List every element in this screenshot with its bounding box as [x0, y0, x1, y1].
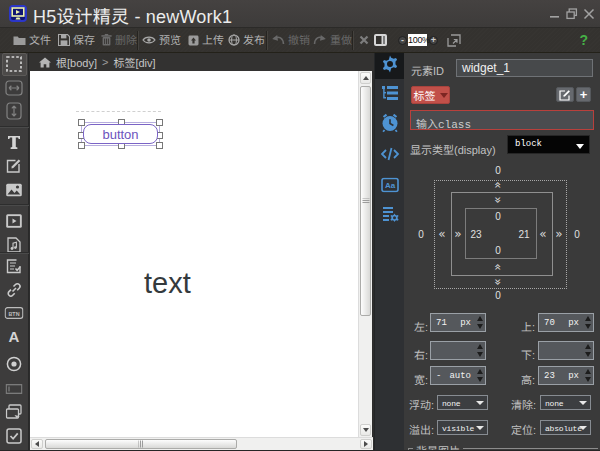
- collapse-bottom-icon[interactable]: «: [491, 263, 505, 270]
- spinner-down-icon[interactable]: [477, 352, 483, 357]
- spinner-down-icon[interactable]: [477, 377, 483, 382]
- tool-hyperlink[interactable]: [6, 282, 22, 298]
- expand-right-icon[interactable]: »: [555, 227, 562, 241]
- tool-horizontal-spacer[interactable]: [5, 80, 23, 96]
- content-bottom-value[interactable]: 0: [495, 245, 501, 256]
- right-input[interactable]: [430, 341, 486, 360]
- upload-button[interactable]: 上传: [188, 28, 224, 52]
- spinner-down-icon[interactable]: [477, 324, 483, 329]
- overflow-select[interactable]: visible: [437, 420, 488, 435]
- collapse-left-icon[interactable]: «: [438, 227, 445, 241]
- spinner-up-icon[interactable]: [585, 316, 591, 321]
- resize-handle-se[interactable]: [156, 142, 163, 149]
- undo-button[interactable]: 撤销: [271, 28, 310, 52]
- expand-top-icon[interactable]: »: [491, 196, 505, 203]
- zoom-out-button[interactable]: -: [398, 28, 407, 52]
- minimize-button[interactable]: [550, 8, 560, 20]
- tool-video[interactable]: [6, 214, 23, 229]
- expand-left-icon[interactable]: »: [454, 227, 461, 241]
- content-left-value[interactable]: 23: [470, 229, 481, 240]
- edit-style-button[interactable]: [556, 87, 574, 102]
- delete-button[interactable]: 删除: [101, 28, 137, 52]
- scroll-left-button[interactable]: [31, 439, 43, 449]
- margin-top-value[interactable]: 0: [495, 165, 501, 176]
- tool-rich-edit[interactable]: [6, 158, 22, 174]
- element-id-input[interactable]: widget_1: [456, 59, 593, 77]
- stepper-arrows[interactable]: [475, 342, 484, 359]
- spinner-up-icon[interactable]: [585, 369, 591, 374]
- stepper-arrows[interactable]: [583, 314, 592, 331]
- margin-left-value[interactable]: 0: [418, 229, 424, 240]
- canvas-button-widget[interactable]: button: [83, 124, 158, 144]
- class-input[interactable]: 输入class: [410, 110, 594, 130]
- tool-vertical-spacer[interactable]: [6, 102, 22, 120]
- spinner-down-icon[interactable]: [585, 352, 591, 357]
- stepper-arrows[interactable]: [583, 367, 592, 384]
- tool-div-container[interactable]: [6, 56, 23, 73]
- tool-form-list[interactable]: [6, 258, 22, 274]
- resize-handle-nw[interactable]: [78, 119, 85, 126]
- scroll-down-button[interactable]: [360, 424, 371, 436]
- tool-label-a[interactable]: A: [7, 329, 22, 344]
- tag-dropdown-button[interactable]: 标签: [411, 86, 450, 104]
- device-preview-button[interactable]: [373, 28, 388, 52]
- restore-button[interactable]: [566, 8, 578, 20]
- margin-bottom-value[interactable]: 0: [495, 290, 501, 301]
- tab-media media-icon[interactable]: Aa: [381, 178, 399, 193]
- height-input[interactable]: 23 px: [538, 366, 594, 385]
- tool-radio[interactable]: [6, 356, 22, 372]
- horizontal-scroll-thumb[interactable]: [45, 439, 237, 449]
- help-button[interactable]: ?: [579, 32, 588, 48]
- tool-image[interactable]: [6, 183, 23, 197]
- zoom-in-button[interactable]: +: [429, 28, 438, 52]
- tool-audio[interactable]: [7, 237, 21, 253]
- clear-button[interactable]: [359, 28, 369, 52]
- content-right-value[interactable]: 21: [518, 229, 529, 240]
- width-input[interactable]: - auto: [430, 366, 486, 385]
- resize-handle-sw[interactable]: [78, 142, 85, 149]
- canvas-vertical-scrollbar[interactable]: [358, 71, 372, 437]
- content-top-value[interactable]: 0: [495, 211, 501, 222]
- spinner-down-icon[interactable]: [585, 324, 591, 329]
- breadcrumb-root[interactable]: 根[body]: [56, 54, 97, 70]
- clear-select[interactable]: none: [540, 395, 591, 410]
- spinner-up-icon[interactable]: [477, 344, 483, 349]
- preview-button[interactable]: 预览: [142, 28, 181, 52]
- expand-bottom-icon[interactable]: »: [491, 278, 505, 285]
- tab-page-config document-gear-icon[interactable]: [381, 206, 399, 223]
- tab-code code-icon[interactable]: [380, 147, 399, 162]
- stepper-arrows[interactable]: [583, 342, 592, 359]
- tab-layer-tree tree-icon[interactable]: [381, 85, 399, 101]
- close-button[interactable]: [583, 8, 595, 20]
- scroll-right-button[interactable]: [360, 439, 372, 449]
- design-canvas[interactable]: button text: [30, 71, 358, 437]
- tab-settings gear-icon[interactable]: [381, 55, 399, 73]
- add-class-button[interactable]: +: [576, 87, 591, 102]
- save-button[interactable]: 保存: [58, 28, 95, 52]
- spinner-up-icon[interactable]: [585, 344, 591, 349]
- redo-button[interactable]: 重做: [313, 28, 352, 52]
- stepper-arrows[interactable]: [475, 314, 484, 331]
- publish-button[interactable]: 发布: [228, 28, 265, 52]
- tab-animation alarm-clock-icon[interactable]: [380, 114, 399, 133]
- vertical-scroll-thumb[interactable]: [360, 86, 371, 316]
- canvas-horizontal-scrollbar[interactable]: [30, 437, 373, 450]
- collapse-right-icon[interactable]: «: [539, 227, 546, 241]
- left-input[interactable]: 71 px: [430, 313, 486, 332]
- resize-handle-ne[interactable]: [156, 119, 163, 126]
- file-button[interactable]: 文件: [13, 28, 51, 52]
- display-select[interactable]: block: [507, 135, 590, 154]
- tool-button[interactable]: BTN: [5, 307, 24, 319]
- float-select[interactable]: none: [437, 395, 488, 410]
- margin-right-value[interactable]: 0: [574, 229, 580, 240]
- spinner-down-icon[interactable]: [585, 377, 591, 382]
- resize-stage-button[interactable]: [447, 28, 461, 52]
- spinner-up-icon[interactable]: [477, 316, 483, 321]
- position-select[interactable]: absolute: [540, 420, 591, 435]
- tool-text[interactable]: [7, 135, 22, 150]
- zoom-level[interactable]: 100%: [408, 28, 427, 52]
- tool-checkbox[interactable]: [6, 428, 22, 444]
- spinner-up-icon[interactable]: [477, 369, 483, 374]
- tool-layers[interactable]: [6, 404, 23, 420]
- scroll-up-button[interactable]: [360, 72, 371, 84]
